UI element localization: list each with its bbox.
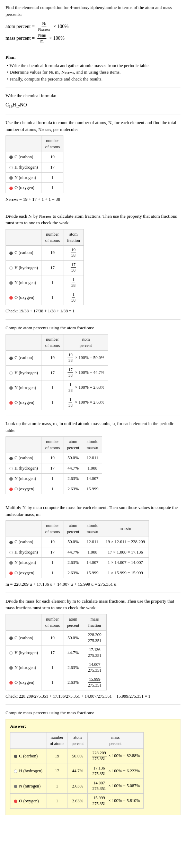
am-n-label: N (nitrogen) — [6, 473, 42, 484]
table-row: O (oxygen) 1 138 — [6, 290, 84, 305]
mf-o-frac: 15.999275.351 — [83, 675, 106, 690]
dot-oxygen — [9, 187, 13, 190]
af-col-atoms: numberof atoms — [42, 229, 63, 245]
table-row: O (oxygen) 1 2.63% 15.999275.351 × 100% … — [10, 793, 144, 808]
atom-fraction-table: numberof atoms atomfraction C (carbon) 1… — [6, 229, 84, 305]
dot-carbon — [9, 252, 13, 255]
af-c-frac: 1938 — [63, 245, 83, 260]
mpf-o-pct: 2.63% — [68, 793, 87, 808]
table-row: C (carbon) 19 50.0% 228.209275.351 — [6, 630, 107, 645]
af-n-frac: 138 — [63, 275, 83, 290]
mass-fraction-section: Divide the mass for each element by m to… — [6, 598, 180, 700]
dot-oxygen — [9, 401, 13, 405]
mpf-col-element — [10, 733, 46, 749]
count-cell-n: N (nitrogen) — [6, 172, 42, 183]
ap-col-element — [6, 334, 42, 350]
dot-carbon — [9, 636, 13, 640]
ap-c-count: 19 — [42, 350, 63, 365]
mf-o-count: 1 — [42, 675, 63, 690]
mf-c-pct: 50.0% — [63, 630, 83, 645]
mpf-n-pct: 2.63% — [68, 779, 87, 793]
atomic-mass-table: numberof atoms atompercent atomicmass/u … — [6, 436, 102, 494]
mm-c-pct: 50.0% — [63, 537, 83, 547]
mf-n-frac: 14.007275.351 — [83, 660, 106, 675]
dot-nitrogen — [9, 176, 13, 180]
count-cell-c-val: 19 — [42, 152, 63, 162]
mm-o-label: O (oxygen) — [6, 568, 42, 578]
mm-n-count: 1 — [42, 557, 63, 568]
mm-c-atomic: 12.011 — [83, 537, 102, 547]
mpf-n-mass-pct: 14.007275.351 × 100% = 5.087% — [87, 779, 143, 793]
am-c-mass: 12.011 — [83, 453, 102, 463]
atom-fraction-check: Check: 19/38 + 17/38 + 1/38 + 1/38 = 1 — [6, 308, 180, 314]
mpf-o-mass-pct: 15.999275.351 × 100% = 5.810% — [87, 793, 143, 808]
table-row: O (oxygen) 1 2.63% 15.999 — [6, 484, 102, 494]
mpf-col-pct: atompercent — [68, 733, 87, 749]
molecular-mass-section: Multiply Nᵢ by mᵢ to compute the mass fo… — [6, 504, 180, 588]
af-col-fraction: atomfraction — [63, 229, 83, 245]
mass-fraction-table: numberof atoms atompercent massfraction … — [6, 614, 107, 690]
atom-percent-numer: Nᵢ — [42, 21, 47, 27]
divider-7 — [6, 499, 180, 499]
mpf-c-label: C (carbon) — [10, 749, 46, 764]
mm-n-atomic: 14.007 — [83, 557, 102, 568]
mpf-c-mass-pct: 228.209275.351 × 100% = 82.88% — [87, 749, 143, 764]
ap-c-label: C (carbon) — [6, 350, 42, 365]
atom-percent-table: numberof atoms atompercent C (carbon) 19… — [6, 334, 108, 411]
am-o-label: O (oxygen) — [6, 484, 42, 494]
af-c-count: 19 — [42, 245, 63, 260]
am-col-element — [6, 437, 42, 453]
mf-h-count: 17 — [42, 645, 63, 660]
mass-percent-label: mass percent = — [6, 34, 35, 43]
plan-step-1: Write the chemical formula and gather at… — [7, 62, 180, 69]
ap-n-label: N (nitrogen) — [6, 380, 42, 395]
ap-col-pct: atompercent — [63, 334, 108, 350]
ap-n-count: 1 — [42, 380, 63, 395]
mass-percent-times: × 100% — [49, 34, 64, 43]
mf-h-label: H (hydrogen) — [6, 645, 42, 660]
am-h-count: 17 — [42, 463, 63, 474]
atomic-mass-description: Look up the atomic mass, mᵢ, in unified … — [6, 420, 180, 434]
divider-9 — [6, 704, 180, 705]
mm-h-label: H (hydrogen) — [6, 547, 42, 558]
ap-c-pct: 1938 × 100% = 50.0% — [63, 350, 108, 365]
table-row: O (oxygen) 1 2.63% 15.999 1 × 15.999 = 1… — [6, 568, 149, 578]
mm-col-element — [6, 521, 42, 537]
mm-h-count: 17 — [42, 547, 63, 558]
dot-hydrogen — [14, 770, 17, 773]
plan-step-3: Finally, compute the percents and check … — [7, 76, 180, 83]
table-row: O (oxygen) 1 138 × 100% = 2.63% — [6, 395, 108, 410]
divider-1 — [6, 49, 180, 49]
plan-block: Plan: Write the chemical formula and gat… — [6, 54, 180, 82]
ap-n-pct: 138 × 100% = 2.63% — [63, 380, 108, 395]
plan-title: Plan: — [6, 54, 180, 61]
dot-carbon — [9, 541, 13, 544]
mm-col-mass: mass/u — [102, 521, 149, 537]
dot-oxygen — [9, 572, 13, 575]
table-row: N (nitrogen) 1 2.63% 14.007 1 × 14.007 =… — [6, 557, 149, 568]
ap-h-label: H (hydrogen) — [6, 365, 42, 380]
mm-o-atomic: 15.999 — [83, 568, 102, 578]
mm-h-pct: 44.7% — [63, 547, 83, 558]
mpf-h-count: 17 — [46, 764, 68, 779]
dot-nitrogen — [9, 477, 13, 481]
mf-n-label: N (nitrogen) — [6, 660, 42, 675]
divider-4 — [6, 208, 180, 208]
table-row: C (carbon) 19 50.0% 228.209275.351 × 100… — [10, 749, 144, 764]
dot-hydrogen — [9, 651, 13, 655]
table-row: H (hydrogen) 17 44.7% 17.136275.351 — [6, 645, 107, 660]
dot-oxygen — [9, 681, 13, 685]
formulas-block: atom percent = Nᵢ Nₐₜₒₘₛ × 100% mass per… — [6, 21, 180, 44]
table-row: O (oxygen) 1 — [6, 183, 63, 193]
mf-h-frac: 17.136275.351 — [83, 645, 106, 660]
dot-hydrogen — [9, 266, 13, 270]
mm-o-pct: 2.63% — [63, 568, 83, 578]
ap-h-pct: 1738 × 100% = 44.7% — [63, 365, 108, 380]
mass-percent-fraction: Nᵢmᵢ m — [37, 33, 46, 44]
mm-h-atomic: 1.008 — [83, 547, 102, 558]
count-cell-o: O (oxygen) — [6, 183, 42, 193]
af-o-count: 1 — [42, 290, 63, 305]
count-sum: Nₐₜₒₘₛ = 19 + 17 + 1 + 1 = 38 — [6, 196, 180, 203]
mm-o-count: 1 — [42, 568, 63, 578]
am-h-label: H (hydrogen) — [6, 463, 42, 474]
